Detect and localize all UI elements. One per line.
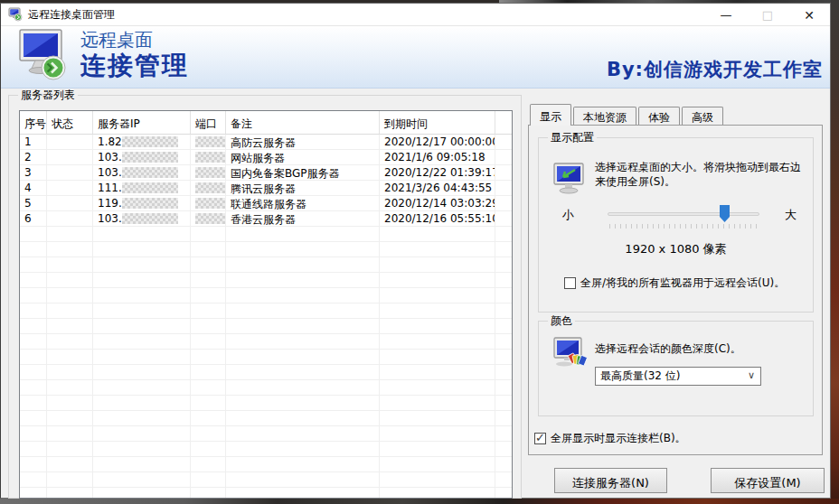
connection-bar-checkbox[interactable] [534,433,546,444]
server-table[interactable]: 序号状态服务器IP端口备注到期时间 11.82高防云服务器2020/12/17 … [19,110,513,499]
column-header[interactable]: 到期时间 [380,111,495,135]
table-cell: 2021/1/6 09:05:18 [380,150,495,165]
column-header[interactable]: 端口 [191,111,226,135]
table-cell [380,334,495,350]
table-cell [226,442,380,457]
desktop-background-bottom [0,499,839,504]
table-cell [495,303,512,319]
table-row[interactable]: 11.82高防云服务器2020/12/17 00:00:00 [20,135,512,150]
color-group: 颜色 选择远程会话的颜色深度(C)。 最高质量(32 位) ∨ [538,321,814,416]
connect-server-button[interactable]: 连接服务器(N) [554,468,667,493]
table-cell [380,242,495,257]
table-cell: 1 [20,135,47,150]
table-cell [20,396,47,411]
table-cell [226,257,380,273]
fullscreen-monitors-checkbox[interactable] [564,277,576,289]
table-cell: 国内免备案BGP服务器 [226,165,380,181]
redacted-ip [122,136,178,147]
table-cell [47,150,93,165]
redacted-port [195,198,225,209]
table-cell [380,457,495,472]
color-depth-dropdown[interactable]: 最高质量(32 位) ∨ [595,367,761,386]
remote-desktop-icon [15,28,70,84]
table-cell [380,288,495,303]
table-cell [93,488,191,499]
table-row[interactable]: 2103.网站服务器2021/1/6 09:05:18 [20,150,512,165]
minimize-button[interactable]: — [705,4,747,26]
table-cell [47,196,93,211]
table-cell [495,211,512,227]
close-button[interactable]: ✕ [788,4,830,26]
table-cell [380,380,495,396]
table-cell [380,257,495,273]
tab-display[interactable]: 显示 [530,104,571,126]
table-cell [191,242,226,257]
table-cell [93,319,191,334]
table-cell [226,457,380,472]
table-cell [191,165,226,181]
settings-tabs: 显示本地资源体验高级 [530,104,725,126]
table-cell [20,426,47,442]
table-cell [47,488,93,499]
table-row[interactable]: 3103.国内免备案BGP服务器2020/12/22 01:39:17 [20,165,512,181]
resolution-slider-track[interactable] [608,212,759,216]
table-cell [191,350,226,365]
table-cell [191,426,226,442]
fullscreen-monitors-checkbox-label: 全屏/将我的所有监视器用于远程会话(U)。 [580,275,785,291]
table-cell [226,334,380,350]
table-cell [495,196,512,211]
table-cell [20,303,47,319]
table-cell [20,273,47,288]
table-cell [226,288,380,303]
table-cell [495,257,512,273]
table-cell: 119. [93,196,191,211]
table-cell [226,242,380,257]
table-cell [495,288,512,303]
save-settings-button[interactable]: 保存设置(M) [711,468,825,493]
table-cell [380,396,495,411]
table-cell [20,365,47,380]
table-row[interactable]: 6103.香港云服务器2020/12/16 05:55:10 [20,211,512,227]
table-cell [226,365,380,380]
table-cell [191,135,226,150]
table-cell [20,411,47,426]
redacted-port [195,136,225,147]
table-cell [93,457,191,472]
table-cell [495,350,512,365]
table-cell [226,350,380,365]
table-cell [47,257,93,273]
table-cell [191,150,226,165]
table-row[interactable]: 4111.腾讯云服务器2021/3/26 04:43:55 [20,181,512,196]
maximize-button[interactable]: □ [747,4,788,26]
table-cell: 高防云服务器 [226,135,380,150]
table-cell: 1.82 [93,135,191,150]
table-row[interactable]: 5119.联通线路服务器2020/12/14 03:03:29 [20,196,512,211]
title-bar[interactable]: 远程连接桌面管理 — □ ✕ [1,4,830,26]
tab-advanced[interactable]: 高级 [682,107,723,126]
column-header[interactable]: 序号 [20,111,47,135]
column-header[interactable]: 状态 [47,111,93,135]
table-empty-row [20,380,512,396]
tab-local-resources[interactable]: 本地资源 [573,107,636,126]
table-cell [191,457,226,472]
slider-tick-marks [609,224,758,229]
header-banner: 远程桌面 连接管理 By:创信游戏开发工作室 [1,26,830,89]
tab-experience[interactable]: 体验 [638,107,680,126]
fullscreen-monitors-checkbox-row[interactable]: 全屏/将我的所有监视器用于远程会话(U)。 [564,275,785,291]
table-cell [47,303,93,319]
table-cell: 5 [20,196,47,211]
connection-bar-checkbox-row[interactable]: 全屏显示时显示连接栏(B)。 [534,431,686,446]
color-depth-dropdown-value: 最高质量(32 位) [600,369,680,384]
table-cell: 2020/12/16 05:55:10 [380,211,495,227]
column-header[interactable]: 服务器IP [93,111,191,135]
table-cell [380,303,495,319]
table-cell [495,135,512,150]
table-empty-row [20,303,512,319]
resolution-slider-thumb[interactable] [720,205,730,222]
slider-min-label: 小 [562,207,574,223]
table-cell [20,334,47,350]
column-header[interactable]: 备注 [226,111,380,135]
table-cell [380,227,495,242]
table-cell: 网站服务器 [226,150,380,165]
table-cell [47,442,93,457]
